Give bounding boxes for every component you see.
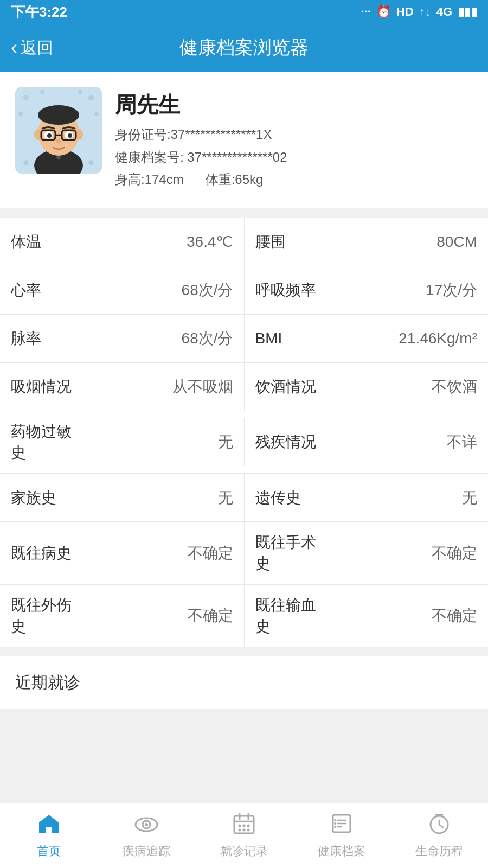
profile-info: 周先生 身份证号:37**************1X 健康档案号: 37***… xyxy=(115,87,473,193)
bottom-nav: 首页 疾病追踪 xyxy=(0,803,488,868)
data-cell-7-1: 既往病史 不确定 xyxy=(0,529,244,577)
nav-label-disease: 疾病追踪 xyxy=(123,843,170,859)
data-row-6: 家族史 无 遗传史 无 xyxy=(0,474,488,522)
status-time: 下午3:22 xyxy=(11,3,67,22)
svg-point-2 xyxy=(40,90,44,94)
svg-point-32 xyxy=(239,824,241,827)
data-cell-3-1: 脉率 68次/分 xyxy=(0,315,244,362)
data-cell-5-1: 药物过敏史 无 xyxy=(0,411,244,473)
value-drinking: 不饮酒 xyxy=(320,376,478,397)
svg-point-27 xyxy=(145,823,148,826)
label-hr: 心率 xyxy=(11,279,76,301)
nav-item-visits[interactable]: 就诊记录 xyxy=(195,803,293,868)
avatar-image xyxy=(15,87,102,174)
nav-item-health-records[interactable]: 健康档案 xyxy=(293,803,390,868)
data-cell-6-2: 遗传史 无 xyxy=(244,474,489,521)
label-smoking: 吸烟情况 xyxy=(11,376,76,397)
svg-point-36 xyxy=(243,828,246,831)
svg-point-34 xyxy=(247,824,250,827)
nav-label-life-journey: 生命历程 xyxy=(415,843,463,859)
svg-point-37 xyxy=(247,828,250,831)
data-cell-5-2: 残疾情况 不详 xyxy=(244,418,489,466)
value-past-surgery: 不确定 xyxy=(320,542,478,564)
signal-dots: ··· xyxy=(361,5,371,19)
list-icon xyxy=(331,813,352,840)
svg-point-1 xyxy=(23,95,29,100)
svg-point-4 xyxy=(88,95,94,100)
value-smoking: 从不吸烟 xyxy=(76,376,233,397)
svg-point-23 xyxy=(68,133,72,138)
data-cell-8-2: 既往输血史 不确定 xyxy=(244,585,489,647)
data-cell-1-2: 腰围 80CM xyxy=(244,218,489,266)
label-breath: 呼吸频率 xyxy=(255,279,320,301)
network-icon: HD xyxy=(396,5,414,19)
home-icon xyxy=(37,813,61,840)
value-disability: 不详 xyxy=(320,431,478,452)
svg-point-3 xyxy=(18,112,23,116)
value-pulse: 68次/分 xyxy=(76,328,233,349)
nav-item-disease[interactable]: 疾病追踪 xyxy=(98,803,195,868)
profile-height: 身高:174cm xyxy=(115,170,184,189)
svg-point-33 xyxy=(243,824,246,827)
svg-line-47 xyxy=(439,825,443,827)
nav-item-life-journey[interactable]: 生命历程 xyxy=(390,803,488,868)
profile-id: 身份证号:37**************1X xyxy=(115,125,473,144)
svg-point-7 xyxy=(23,160,29,165)
data-row-3: 脉率 68次/分 BMI 21.46Kg/m² xyxy=(0,315,488,363)
value-family-history: 无 xyxy=(76,487,233,508)
label-waist: 腰围 xyxy=(255,231,320,252)
svg-point-14 xyxy=(38,105,79,125)
nav-item-home[interactable]: 首页 xyxy=(0,803,98,868)
value-twen: 36.4℃ xyxy=(76,231,233,252)
nav-label-home: 首页 xyxy=(37,843,61,859)
label-family-history: 家族史 xyxy=(11,487,76,508)
data-row-7: 既往病史 不确定 既往手术史 不确定 xyxy=(0,522,488,584)
data-row-5: 药物过敏史 无 残疾情况 不详 xyxy=(0,411,488,474)
data-cell-4-1: 吸烟情况 从不吸烟 xyxy=(0,363,244,411)
value-bmi: 21.46Kg/m² xyxy=(320,328,478,349)
data-cell-7-2: 既往手术史 不确定 xyxy=(244,522,489,584)
profile-section: 周先生 身份证号:37**************1X 健康档案号: 37***… xyxy=(0,72,488,208)
status-icons: ··· ⏰ HD ↑↓ 4G ▮▮▮ xyxy=(361,5,477,19)
label-bmi: BMI xyxy=(255,328,320,349)
value-genetic: 无 xyxy=(320,487,478,508)
value-past-injury: 不确定 xyxy=(76,605,233,626)
profile-archive: 健康档案号: 37**************02 xyxy=(115,148,473,167)
svg-point-6 xyxy=(94,112,99,116)
label-pulse: 脉率 xyxy=(11,328,76,349)
chevron-left-icon: ‹ xyxy=(11,36,17,59)
svg-point-8 xyxy=(88,160,94,165)
svg-point-5 xyxy=(78,90,82,94)
health-data-section: 体温 36.4℃ 腰围 80CM 心率 68次/分 呼吸频率 17次/分 脉率 … xyxy=(0,218,488,647)
avatar xyxy=(15,87,102,174)
data-cell-4-2: 饮酒情况 不饮酒 xyxy=(244,363,489,411)
label-past-injury: 既往外伤史 xyxy=(11,595,76,637)
back-button[interactable]: ‹ 返回 xyxy=(11,36,53,59)
label-past-illness: 既往病史 xyxy=(11,542,76,564)
data-cell-3-2: BMI 21.46Kg/m² xyxy=(244,315,489,362)
4g-icon: 4G xyxy=(436,5,452,19)
data-cell-2-1: 心率 68次/分 xyxy=(0,266,244,314)
page-title: 健康档案浏览器 xyxy=(179,35,309,60)
signal-bars-icon: ↑↓ xyxy=(419,5,431,19)
value-past-transfusion: 不确定 xyxy=(320,605,478,626)
svg-point-43 xyxy=(334,822,336,825)
data-row-8: 既往外伤史 不确定 既往输血史 不确定 xyxy=(0,585,488,647)
recent-visits-section: 近期就诊 xyxy=(0,656,488,709)
svg-point-44 xyxy=(334,826,336,828)
label-allergy: 药物过敏史 xyxy=(11,421,76,463)
data-cell-1-1: 体温 36.4℃ xyxy=(0,218,244,266)
value-hr: 68次/分 xyxy=(76,279,233,301)
label-twen: 体温 xyxy=(11,231,76,252)
status-bar: 下午3:22 ··· ⏰ HD ↑↓ 4G ▮▮▮ xyxy=(0,0,488,24)
label-past-surgery: 既往手术史 xyxy=(255,532,320,574)
data-cell-6-1: 家族史 无 xyxy=(0,474,244,521)
profile-weight: 体重:65kg xyxy=(206,170,264,189)
back-label: 返回 xyxy=(21,37,53,59)
value-allergy: 无 xyxy=(76,431,233,452)
clock-icon xyxy=(428,813,450,840)
data-row-4: 吸烟情况 从不吸烟 饮酒情况 不饮酒 xyxy=(0,363,488,411)
label-disability: 残疾情况 xyxy=(255,431,320,452)
svg-point-22 xyxy=(47,133,52,138)
label-drinking: 饮酒情况 xyxy=(255,376,320,397)
